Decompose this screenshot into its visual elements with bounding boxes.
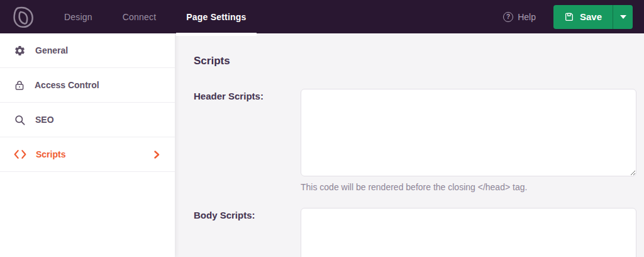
page-title: Scripts [194, 55, 636, 67]
tab-connect-label: Connect [123, 12, 157, 22]
tab-page-settings-label: Page Settings [186, 12, 246, 22]
body-scripts-field [301, 208, 636, 257]
lock-icon [14, 79, 25, 91]
tab-page-settings[interactable]: Page Settings [171, 0, 261, 33]
sidebar-item-general[interactable]: General [0, 33, 175, 68]
save-label: Save [580, 11, 602, 22]
sidebar-item-label: General [35, 45, 68, 55]
header-scripts-textarea[interactable] [301, 89, 636, 176]
question-mark-icon: ? [503, 12, 513, 22]
sidebar-item-seo[interactable]: SEO [0, 103, 175, 137]
sidebar-item-label: Access Control [35, 80, 99, 90]
save-dropdown-button[interactable] [613, 5, 633, 29]
header-scripts-help-text: This code will be rendered before the cl… [301, 182, 636, 192]
code-icon [14, 149, 26, 159]
body-scripts-row: Body Scripts: [194, 208, 636, 257]
top-nav: Design Connect Page Settings [49, 0, 262, 33]
tab-connect[interactable]: Connect [108, 0, 172, 33]
scripts-settings-panel: Scripts Header Scripts: This code will b… [175, 33, 644, 257]
save-floppy-icon [564, 12, 574, 22]
tab-design-label: Design [64, 12, 92, 22]
save-button[interactable]: Save [553, 5, 613, 29]
caret-down-icon [620, 15, 626, 19]
body-scripts-textarea[interactable] [301, 208, 636, 257]
header-scripts-label: Header Scripts: [194, 89, 301, 101]
help-label: Help [518, 12, 536, 22]
top-bar: Design Connect Page Settings ? Help Save [0, 0, 644, 33]
search-icon [14, 114, 26, 126]
sidebar-item-access-control[interactable]: Access Control [0, 68, 175, 103]
tab-design[interactable]: Design [49, 0, 108, 33]
header-scripts-field: This code will be rendered before the cl… [301, 89, 636, 192]
seedprod-logo[interactable] [11, 5, 35, 29]
sidebar-item-label: SEO [35, 115, 54, 125]
settings-sidebar: General Access Control SEO Scrip [0, 33, 175, 257]
sidebar-item-scripts[interactable]: Scripts [0, 137, 175, 172]
header-scripts-row: Header Scripts: This code will be render… [194, 89, 636, 192]
seedprod-leaf-icon [11, 5, 35, 29]
body-scripts-label: Body Scripts: [194, 208, 301, 220]
save-split-button: Save [553, 5, 633, 29]
help-button[interactable]: ? Help [503, 12, 536, 22]
top-bar-right: ? Help Save [503, 5, 644, 29]
gear-icon [14, 45, 26, 57]
chevron-right-icon [154, 151, 160, 159]
sidebar-item-label: Scripts [36, 149, 65, 159]
